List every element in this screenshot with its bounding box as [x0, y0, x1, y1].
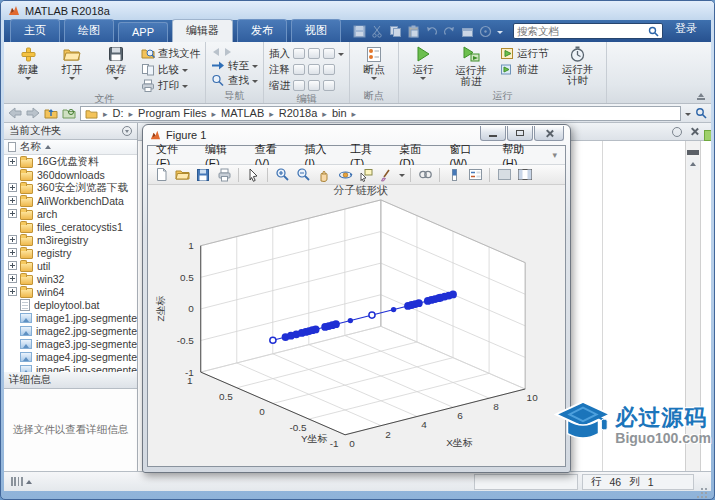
brush-dropdown-icon[interactable] [399, 174, 405, 177]
run-button[interactable]: 运行 [402, 44, 444, 90]
forward-arrow-icon[interactable] [26, 107, 40, 119]
run-section-button[interactable]: 运行节 [498, 46, 551, 61]
insert-section-icon[interactable] [293, 48, 305, 59]
hide-plot-tools-button[interactable] [495, 166, 513, 183]
compare-button[interactable]: 比较 [139, 62, 202, 77]
save-icon[interactable] [353, 25, 366, 38]
edit-plot-button[interactable] [244, 166, 262, 183]
expand-icon[interactable] [8, 157, 17, 166]
breakpoints-button[interactable]: 断点 [353, 44, 395, 90]
expand-icon[interactable] [8, 170, 17, 179]
file-list-item[interactable]: image1.jpg-segmente.. [4, 311, 137, 324]
redo-icon[interactable] [443, 25, 456, 38]
expand-icon[interactable] [8, 300, 17, 309]
browse-folder-icon[interactable] [62, 107, 76, 119]
code-analyzer-indicator[interactable] [704, 130, 711, 141]
file-list-item[interactable]: m3iregistry [4, 233, 137, 246]
save-figure-button[interactable] [194, 166, 212, 183]
ribbon-tab-5[interactable]: 发布 [237, 19, 287, 42]
file-list-item[interactable]: arch [4, 207, 137, 220]
file-list-item[interactable]: registry [4, 246, 137, 259]
indent-left-icon[interactable] [308, 80, 320, 91]
file-list-item[interactable]: image3.jpg-segmente.. [4, 337, 137, 350]
insert-legend-button[interactable] [466, 166, 484, 183]
doc-search-box[interactable] [513, 23, 663, 39]
expand-icon[interactable] [8, 261, 17, 270]
file-list-item[interactable]: 360安全浏览器下载 [4, 181, 137, 194]
ribbon-collapse-button[interactable] [691, 42, 711, 103]
breadcrumb-segment-2[interactable]: Program Files [124, 107, 207, 119]
qat-dropdown-icon[interactable] [497, 31, 503, 34]
path-breadcrumb[interactable]: D:Program FilesMATLABR2018abin [80, 106, 681, 121]
find-button[interactable]: 查找 [209, 73, 260, 88]
expand-icon[interactable] [8, 287, 17, 296]
ribbon-tab-4[interactable]: 编辑器 [172, 19, 233, 42]
back-icon[interactable] [213, 48, 219, 56]
breadcrumb-segment-5[interactable]: bin [317, 107, 346, 119]
breadcrumb-segment-1[interactable]: D: [98, 107, 124, 119]
menubar-overflow-icon[interactable]: ▾ [553, 150, 558, 160]
ribbon-tab-3[interactable]: APP [118, 22, 168, 42]
new-figure-button[interactable] [152, 166, 170, 183]
file-list-item[interactable]: util [4, 259, 137, 272]
scrollbar-up-button[interactable] [687, 157, 699, 170]
expand-icon[interactable] [8, 222, 17, 231]
insert-function-icon[interactable] [308, 48, 320, 59]
find-files-button[interactable]: 查找文件 [139, 46, 202, 61]
zoom-in-button[interactable] [273, 166, 291, 183]
file-list-item[interactable]: 16G优盘资料 [4, 155, 137, 168]
expand-icon[interactable] [8, 326, 17, 335]
cut-icon[interactable] [371, 25, 384, 38]
login-button[interactable]: 登录 [675, 21, 697, 36]
zoom-out-button[interactable] [294, 166, 312, 183]
address-search-icon[interactable] [695, 107, 707, 119]
file-list-item[interactable]: image4.jpg-segmente.. [4, 350, 137, 363]
rotate-3d-button[interactable] [336, 166, 354, 183]
ribbon-tab-2[interactable]: 绘图 [64, 19, 114, 42]
expand-icon[interactable] [8, 235, 17, 244]
panel-menu-icon[interactable] [122, 126, 132, 136]
file-list-item[interactable]: files_ceratocystis1 [4, 220, 137, 233]
copy-icon[interactable] [389, 25, 402, 38]
expand-icon[interactable] [8, 365, 17, 372]
search-icon[interactable] [648, 26, 659, 37]
open-button[interactable]: 打开 [51, 44, 93, 93]
brush-button[interactable] [378, 166, 396, 183]
figure-close-button[interactable] [534, 126, 564, 141]
expand-icon[interactable] [8, 248, 17, 257]
file-list-item[interactable]: deploytool.bat [4, 298, 137, 311]
breadcrumb-segment-4[interactable]: R2018a [264, 107, 317, 119]
insert-block-icon[interactable] [323, 48, 335, 59]
ribbon-tab-6[interactable]: 视图 [291, 19, 341, 42]
back-arrow-icon[interactable] [8, 107, 22, 119]
file-list-item[interactable]: image2.jpg-segmente.. [4, 324, 137, 337]
breadcrumb-segment-3[interactable]: MATLAB [207, 107, 265, 119]
open-file-button[interactable] [173, 166, 191, 183]
ribbon-tab-1[interactable]: 主页 [10, 19, 60, 42]
name-column-header[interactable]: 名称 [4, 140, 137, 155]
uncomment-icon[interactable] [308, 64, 320, 75]
doc-search-input[interactable] [517, 25, 648, 37]
advance-button[interactable]: 前进 [498, 62, 551, 77]
status-left-widget[interactable] [7, 477, 36, 486]
save-button[interactable]: 保存 [95, 44, 137, 93]
file-list-item[interactable]: win64 [4, 285, 137, 298]
address-dropdown-icon[interactable] [685, 113, 691, 116]
insert-row[interactable]: 插入 [267, 46, 346, 61]
new-button[interactable]: 新建 [7, 44, 49, 93]
run-and-time-button[interactable]: 运行并 计时 [553, 44, 603, 90]
file-list-item[interactable]: image5.jpg-segmente.. [4, 363, 137, 372]
undo-icon[interactable] [425, 25, 438, 38]
editor-menu-icon[interactable] [672, 127, 682, 137]
expand-icon[interactable] [8, 183, 17, 192]
pan-button[interactable] [315, 166, 333, 183]
indent-row[interactable]: 缩进 [267, 78, 346, 93]
expand-icon[interactable] [8, 196, 17, 205]
up-folder-icon[interactable] [44, 107, 58, 119]
molecular-chain-3d-plot[interactable]: 0246810-1-0.500.51-1-0.500.51X坐标Y坐标Z坐标分子… [148, 185, 565, 467]
wrap-comment-icon[interactable] [323, 64, 335, 75]
expand-icon[interactable] [8, 339, 17, 348]
figure-maximize-button[interactable] [507, 126, 533, 141]
forward-icon[interactable] [225, 48, 231, 56]
smart-indent-icon[interactable] [293, 80, 305, 91]
